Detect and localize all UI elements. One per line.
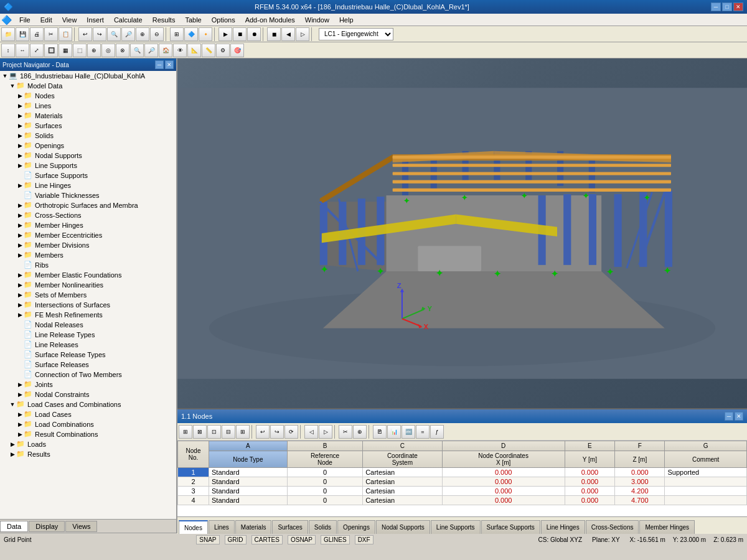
toolbar1-btn-10[interactable]: ⊖ <box>150 27 164 41</box>
menu-item-view[interactable]: View <box>57 15 82 25</box>
tab-cross-sections[interactable]: Cross-Sections <box>586 520 639 534</box>
tree-item-member-hinges[interactable]: ▶ 📁 Member Hinges <box>0 220 176 230</box>
tree-item-materials[interactable]: ▶ 📁 Materials <box>0 111 176 121</box>
toggle-result-combinations[interactable]: ▶ <box>16 431 24 438</box>
tree-item-line-hinges[interactable]: ▶ 📁 Line Hinges <box>0 180 176 190</box>
toolbar2-btn-13[interactable]: 📐 <box>187 44 201 57</box>
toggle-load-cases-combinations[interactable]: ▼ <box>9 401 16 408</box>
table-minimize[interactable]: ─ <box>725 412 733 421</box>
tab-solids[interactable]: Solids <box>309 520 337 534</box>
nav-close[interactable]: ✕ <box>165 60 174 69</box>
toggle-nodal-supports[interactable]: ▶ <box>16 152 24 159</box>
maximize-button[interactable]: □ <box>722 2 732 11</box>
tab-surface-supports[interactable]: Surface Supports <box>481 520 540 534</box>
tree-item-nodal-constraints[interactable]: ▶ 📁 Nodal Constraints <box>0 390 176 399</box>
tree-item-connection-two-members[interactable]: 📄 Connection of Two Members <box>0 370 176 380</box>
tree-item-solids[interactable]: ▶ 📁 Solids <box>0 131 176 141</box>
toolbar2-btn-1[interactable]: ↔ <box>16 44 29 57</box>
nav-tab-data[interactable]: Data <box>0 521 28 532</box>
tree-item-sets-of-members[interactable]: ▶ 📁 Sets of Members <box>0 290 176 300</box>
tree-item-orthotropic[interactable]: ▶ 📁 Orthotropic Surfaces and Membra <box>0 200 176 210</box>
table-tb-btn-10[interactable]: ▷ <box>319 425 332 439</box>
tree-item-variable-thicknesses[interactable]: 📄 Variable Thicknesses <box>0 190 176 200</box>
toolbar2-btn-5[interactable]: ⬚ <box>73 44 87 57</box>
tab-strip[interactable]: NodesLinesMaterialsSurfacesSolidsOpening… <box>177 516 747 534</box>
toolbar1-btn-1[interactable]: 💾 <box>16 27 29 41</box>
menu-item-calculate[interactable]: Calculate <box>109 15 148 25</box>
table-tb-btn-4[interactable]: ⊟ <box>222 425 235 439</box>
toggle-line-hinges[interactable]: ▶ <box>16 182 24 189</box>
tree-item-load-combinations[interactable]: ▶ 📁 Load Combinations <box>0 419 176 429</box>
toolbar1-btn-5[interactable]: ↩ <box>78 27 92 41</box>
toolbar1-btn-11[interactable]: ⊞ <box>170 27 184 41</box>
nav-tab-views[interactable]: Views <box>65 521 97 532</box>
toolbar1-btn-3[interactable]: ✂ <box>44 27 58 41</box>
tree-item-ribs[interactable]: 📄 Ribs <box>0 260 176 270</box>
toggle-model-data[interactable]: ▼ <box>9 82 16 90</box>
status-cartes[interactable]: CARTES <box>251 535 283 544</box>
tree-item-nodal-releases[interactable]: 📄 Nodal Releases <box>0 320 176 330</box>
tab-line-supports[interactable]: Line Supports <box>431 520 481 534</box>
toolbar1-btn-4[interactable]: 📋 <box>59 27 72 41</box>
tree-item-surfaces[interactable]: ▶ 📁 Surfaces <box>0 121 176 131</box>
nav-minimize[interactable]: ─ <box>155 60 164 69</box>
tree-item-member-nonlinearities[interactable]: ▶ 📁 Member Nonlinearities <box>0 280 176 290</box>
toggle-joints[interactable]: ▶ <box>16 381 24 388</box>
table-row[interactable]: 2 Standard 0 Cartesian 0.000 0.000 3.000 <box>178 477 747 487</box>
toolbar1-btn-12[interactable]: 🔷 <box>184 27 198 41</box>
tree-item-intersections[interactable]: ▶ 📁 Intersections of Surfaces <box>0 300 176 310</box>
toolbar1-btn-19[interactable]: ▷ <box>296 27 309 41</box>
toggle-fe-mesh[interactable]: ▶ <box>16 311 24 319</box>
table-tb-btn-16[interactable]: = <box>416 425 430 439</box>
tree-item-nodes[interactable]: ▶ 📁 Nodes <box>0 91 176 101</box>
tree-item-result-combinations[interactable]: ▶ 📁 Result Combinations <box>0 429 176 439</box>
toggle-orthotropic[interactable]: ▶ <box>16 202 24 209</box>
table-tb-btn-1[interactable]: ⊞ <box>179 425 192 439</box>
toggle-lines[interactable]: ▶ <box>16 102 24 110</box>
toggle-member-nonlinearities[interactable]: ▶ <box>16 281 24 289</box>
toggle-solids[interactable]: ▶ <box>16 132 24 139</box>
toolbar2-btn-2[interactable]: ⤢ <box>30 44 44 57</box>
3d-viewport[interactable]: ✦ ✦ ✦ ✦ ✦ ✦ ✦ ✦ ✦ ✦ ✦ ✦ <box>177 58 747 408</box>
toolbar1-btn-8[interactable]: 🔎 <box>121 27 135 41</box>
tree-item-cross-sections[interactable]: ▶ 📁 Cross-Sections <box>0 210 176 220</box>
menu-item-results[interactable]: Results <box>148 15 181 25</box>
nav-tab-display[interactable]: Display <box>29 521 65 532</box>
toolbar1-btn-14[interactable]: ▶ <box>218 27 232 41</box>
tree-item-lines[interactable]: ▶ 📁 Lines <box>0 101 176 111</box>
table-tb-btn-9[interactable]: ◁ <box>304 425 318 439</box>
toggle-load-cases[interactable]: ▶ <box>16 411 24 418</box>
toggle-cross-sections[interactable]: ▶ <box>16 212 24 219</box>
status-snap[interactable]: SNAP <box>196 535 219 544</box>
tree-item-joints[interactable]: ▶ 📁 Joints <box>0 380 176 390</box>
toolbar1-btn-7[interactable]: 🔍 <box>107 27 121 41</box>
table-tb-btn-12[interactable]: ⊕ <box>353 425 367 439</box>
toggle-nodes[interactable]: ▶ <box>16 92 24 100</box>
table-tb-btn-14[interactable]: 📊 <box>387 425 401 439</box>
tab-surfaces[interactable]: Surfaces <box>272 520 308 534</box>
tab-nodal-supports[interactable]: Nodal Supports <box>376 520 430 534</box>
table-row[interactable]: 3 Standard 0 Cartesian 0.000 0.000 4.200 <box>178 487 747 496</box>
toolbar2-btn-12[interactable]: 👁 <box>173 44 187 57</box>
toolbar1-btn-13[interactable]: 🔸 <box>199 27 212 41</box>
tree-item-loads[interactable]: ▶ 📁 Loads <box>0 439 176 449</box>
toggle-member-hinges[interactable]: ▶ <box>16 222 24 229</box>
tree-root[interactable]: ▼ 💻 186_Industriebau Halle_(C)Dlubal_Koh… <box>0 71 176 81</box>
tree-item-openings[interactable]: ▶ 📁 Openings <box>0 141 176 151</box>
toolbar1-btn-0[interactable]: 📁 <box>1 27 15 41</box>
tree-area[interactable]: ▼ 💻 186_Industriebau Halle_(C)Dlubal_Koh… <box>0 71 176 519</box>
table-row[interactable]: 1 Standard 0 Cartesian 0.000 0.000 0.000… <box>178 468 747 477</box>
toolbar2-btn-10[interactable]: 🔎 <box>144 44 158 57</box>
table-tb-btn-6[interactable]: ↩ <box>256 425 270 439</box>
toolbar2-btn-6[interactable]: ⊕ <box>87 44 101 57</box>
table-tb-btn-7[interactable]: ↪ <box>270 425 284 439</box>
status-osnap[interactable]: OSNAP <box>288 535 316 544</box>
toolbar1-btn-18[interactable]: ◀ <box>281 27 295 41</box>
status-grid[interactable]: GRID <box>225 535 247 544</box>
toolbar2-btn-0[interactable]: ↕ <box>1 44 15 57</box>
tab-lines[interactable]: Lines <box>209 520 235 534</box>
table-content[interactable]: NodeNo. A B C D E F G Node Type Referenc… <box>177 441 747 516</box>
toggle-member-elastic[interactable]: ▶ <box>16 271 24 279</box>
tree-item-member-divisions[interactable]: ▶ 📁 Member Divisions <box>0 240 176 250</box>
tab-line-hinges[interactable]: Line Hinges <box>541 520 585 534</box>
